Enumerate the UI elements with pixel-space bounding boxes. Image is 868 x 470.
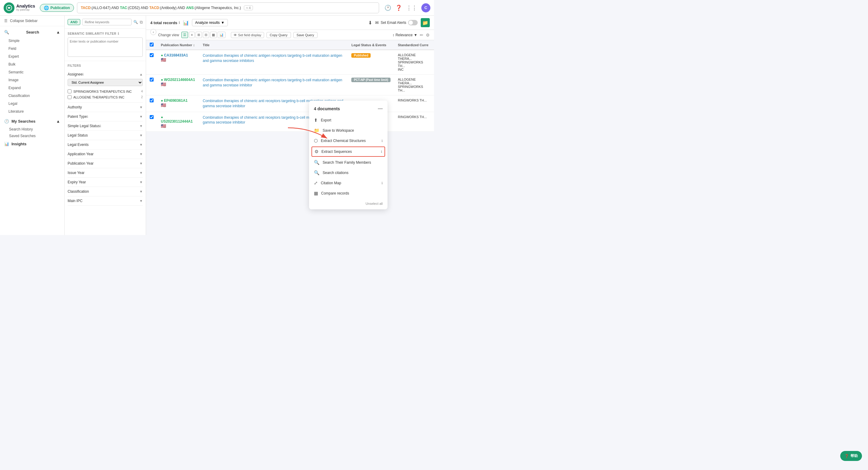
select-all-checkbox[interactable] bbox=[150, 42, 154, 47]
legal-events-filter-header[interactable]: Legal Events ▼ bbox=[68, 140, 143, 149]
pub-num-1[interactable]: CA3168433A1 bbox=[164, 53, 188, 57]
grid-view-icon[interactable]: ⊞ bbox=[195, 32, 202, 38]
copy-query-btn[interactable]: Copy Query bbox=[267, 32, 291, 38]
assignee-filter-header[interactable]: Assignee ℹ ▲ bbox=[68, 70, 143, 79]
info-icon-semantic[interactable]: ℹ bbox=[118, 32, 119, 36]
assignee-item-springworks[interactable]: SPRINGWORKS THERAPEUTICS INC 4 bbox=[68, 88, 143, 94]
sidebar-item-image[interactable]: Image bbox=[0, 76, 64, 84]
save-query-btn[interactable]: Save Query bbox=[293, 32, 317, 38]
filter-icon[interactable]: ⧉ bbox=[140, 20, 143, 25]
collapse-panel-btn[interactable]: ‹ bbox=[150, 29, 156, 35]
unselect-all-btn[interactable]: Unselect all bbox=[366, 202, 383, 205]
pub-num-3[interactable]: EP4090361A1 bbox=[164, 98, 187, 103]
grid-icon[interactable]: ⋮⋮ bbox=[406, 4, 417, 11]
settings-icon[interactable]: ⚙ bbox=[426, 33, 430, 37]
set-field-display-btn[interactable]: 👁 Set field display bbox=[231, 32, 264, 38]
sidebar-item-expand[interactable]: Expand bbox=[0, 84, 64, 92]
assignee-checkbox-springworks[interactable] bbox=[68, 89, 71, 93]
analyze-results-btn[interactable]: Analyze results ▼ bbox=[192, 19, 228, 26]
info-icon-total[interactable]: ℹ bbox=[179, 21, 180, 25]
legal-status-filter-header[interactable]: Legal Status ▼ bbox=[68, 131, 143, 140]
publication-badge[interactable]: 🌐 Publication bbox=[40, 4, 74, 12]
assignee-type-select[interactable]: Std. Current Assignee bbox=[68, 79, 143, 86]
sidebar-search-history[interactable]: Search History bbox=[0, 126, 64, 133]
compare-records-item[interactable]: ▦ Compare records bbox=[309, 188, 388, 199]
search-citations-item[interactable]: 🔍 Search citations bbox=[309, 168, 388, 178]
sidebar-item-expert[interactable]: Expert bbox=[0, 53, 64, 60]
logo-icon[interactable] bbox=[4, 2, 14, 13]
row-checkbox-4[interactable] bbox=[150, 115, 154, 119]
title-2[interactable]: Combination therapies of chimeric antige… bbox=[203, 78, 344, 88]
extract-chemical-item[interactable]: ⬡ Extract Chemical Structures ℹ bbox=[309, 136, 388, 146]
classification-filter-header[interactable]: Classification ▼ bbox=[68, 187, 143, 196]
pub-year-filter-header[interactable]: Publication Year ▼ bbox=[68, 159, 143, 168]
email-alert-toggle[interactable] bbox=[408, 20, 418, 25]
sidebar-item-legal[interactable]: Legal bbox=[0, 100, 64, 108]
info-icon-chemical[interactable]: ℹ bbox=[381, 139, 383, 143]
info-icon-citation-map[interactable]: ℹ bbox=[381, 181, 383, 185]
title-1[interactable]: Combination therapies of chimeric antige… bbox=[203, 53, 344, 63]
dropdown-close-btn[interactable]: — bbox=[378, 106, 383, 112]
sidebar-item-literature[interactable]: Literature bbox=[0, 108, 64, 115]
sort-pub-icon[interactable]: ↕ bbox=[193, 43, 195, 47]
table-row: ● WO2021146604A1 🇺🇸 Combination therapie… bbox=[146, 75, 434, 95]
and-button[interactable]: AND bbox=[68, 19, 80, 25]
table-row: ● CA3168433A1 🇺🇸 Combination therapies o… bbox=[146, 50, 434, 75]
simple-legal-filter-header[interactable]: Simple Legal Status ℹ ▼ bbox=[68, 121, 143, 130]
semantic-textarea[interactable] bbox=[68, 37, 143, 57]
relevance-sort[interactable]: ↕ Relevance ▼ bbox=[392, 33, 417, 37]
save-workspace-item[interactable]: 📁 Save to Workspace bbox=[309, 125, 388, 136]
info-icon-patent[interactable]: ℹ bbox=[87, 115, 88, 119]
row-checkbox-2[interactable] bbox=[150, 78, 154, 82]
assignee-item-allogene[interactable]: ALLOGENE THERAPEUTICS INC 2 bbox=[68, 94, 143, 100]
row-checkbox-3[interactable] bbox=[150, 98, 154, 102]
sidebar-saved-searches[interactable]: Saved Searches bbox=[0, 133, 64, 139]
clock-icon[interactable]: 🕐 bbox=[384, 4, 391, 11]
help-icon[interactable]: ❓ bbox=[395, 4, 402, 11]
issue-year-filter-header[interactable]: Issue Year ▼ bbox=[68, 168, 143, 177]
row-checkbox-1[interactable] bbox=[150, 53, 154, 57]
chart-view-icon[interactable]: 📊 bbox=[218, 32, 225, 38]
edit-icon[interactable]: ✏ bbox=[420, 33, 424, 37]
extract-sequences-item[interactable]: ⚙ Extract Sequences ℹ bbox=[311, 147, 385, 157]
avatar[interactable]: C bbox=[421, 3, 430, 12]
sidebar-item-classification[interactable]: Classification bbox=[0, 92, 64, 100]
my-searches-section[interactable]: 🕐 My Searches ▲ bbox=[0, 117, 64, 126]
collapse-sidebar-btn[interactable]: ☰ Collapse Sidebar bbox=[0, 16, 64, 26]
info-icon-sequences[interactable]: ℹ bbox=[381, 150, 382, 154]
assignee-checkbox-allogene[interactable] bbox=[68, 95, 71, 99]
view-toolbar: ‹ Change view ☰ ≡ ⊞ ⊟ ▦ 📊 👁 Set field di… bbox=[146, 30, 434, 40]
insights-section[interactable]: 📊 Insights bbox=[0, 139, 64, 149]
authority-filter-header[interactable]: Authority ▼ bbox=[68, 103, 143, 112]
citation-map-item[interactable]: ⤢ Citation Map ℹ bbox=[309, 178, 388, 188]
search-family-item[interactable]: 🔍 Search Their Family Members bbox=[309, 157, 388, 168]
refine-input[interactable] bbox=[82, 19, 132, 25]
download-icon[interactable]: ⬇ bbox=[368, 20, 372, 26]
list-view-icon[interactable]: ☰ bbox=[181, 32, 188, 38]
pub-num-2[interactable]: WO2021146604A1 bbox=[164, 78, 195, 82]
expiry-year-filter-header[interactable]: Expiry Year ▼ bbox=[68, 178, 143, 187]
pub-num-4[interactable]: US20230112444A1 bbox=[161, 119, 192, 123]
patent-type-filter-header[interactable]: Patent Type ℹ ▼ bbox=[68, 112, 143, 121]
classification-filter-group: Classification ▼ bbox=[68, 187, 143, 196]
sidebar-item-bulk[interactable]: Bulk bbox=[0, 60, 64, 68]
card-view-icon[interactable]: ⊟ bbox=[203, 32, 209, 38]
workspace-folder-icon[interactable]: 📁 bbox=[421, 18, 430, 27]
export-item[interactable]: ⬆ Export bbox=[309, 115, 388, 125]
info-icon-simple-legal[interactable]: ℹ bbox=[100, 124, 101, 128]
compare-icon: ▦ bbox=[314, 190, 318, 196]
table-view-icon[interactable]: ▦ bbox=[210, 32, 217, 38]
app-year-filter-group: Application Year ▼ bbox=[68, 149, 143, 159]
sidebar-item-semantic[interactable]: Semantic bbox=[0, 68, 64, 76]
search-icon-filter[interactable]: 🔍 bbox=[133, 20, 138, 24]
main-ipc-filter-header[interactable]: Main IPC ▼ bbox=[68, 196, 143, 205]
sidebar-item-simple[interactable]: Simple bbox=[0, 37, 64, 45]
compact-view-icon[interactable]: ≡ bbox=[189, 32, 194, 38]
query-bar[interactable]: TACD:(ALLO-647) AND TAC:(CD52) AND TACD:… bbox=[77, 2, 379, 13]
chevron-down-app-year: ▼ bbox=[140, 152, 143, 156]
chemical-icon: ⬡ bbox=[314, 138, 318, 144]
search-section-header[interactable]: 🔍 Search ▲ bbox=[0, 28, 64, 37]
app-year-filter-header[interactable]: Application Year ▼ bbox=[68, 149, 143, 158]
sidebar-item-field[interactable]: Field bbox=[0, 45, 64, 53]
info-icon-assignee[interactable]: ℹ bbox=[83, 72, 84, 77]
